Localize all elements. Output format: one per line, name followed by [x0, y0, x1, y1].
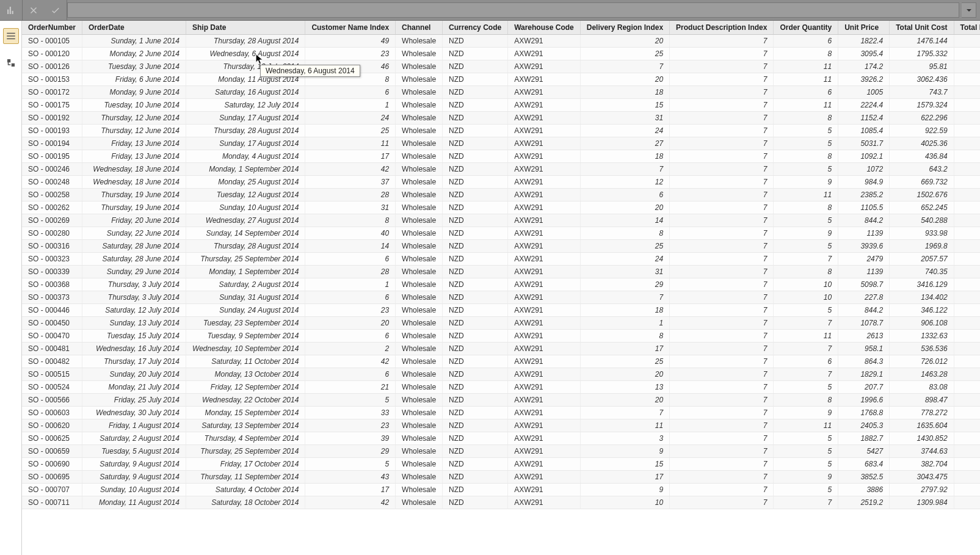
- cell-shipDate[interactable]: Saturday, 2 August 2014: [186, 278, 305, 291]
- cell-custIdx[interactable]: 40: [305, 227, 396, 240]
- cell-channel[interactable]: Wholesale: [396, 86, 443, 99]
- cell-totalRev[interactable]: [954, 432, 980, 445]
- table-row[interactable]: SO - 000175Tuesday, 10 June 2014Saturday…: [22, 99, 980, 112]
- cell-totalRev[interactable]: [954, 201, 980, 214]
- cell-orderNumber[interactable]: SO - 000368: [22, 278, 82, 291]
- cell-totalRev[interactable]: [954, 458, 980, 471]
- cell-unitPrice[interactable]: 2613: [838, 330, 890, 343]
- cell-prodIdx[interactable]: 7: [670, 189, 774, 201]
- cell-unitPrice[interactable]: 1152.4: [838, 112, 890, 125]
- cell-unitPrice[interactable]: 984.9: [838, 176, 890, 189]
- cell-warehouse[interactable]: AXW291: [508, 163, 581, 176]
- cell-unitPrice[interactable]: 2479: [838, 253, 890, 266]
- cell-prodIdx[interactable]: 7: [670, 201, 774, 214]
- cell-qty[interactable]: 5: [774, 240, 838, 253]
- cell-custIdx[interactable]: 46: [305, 60, 396, 73]
- cell-channel[interactable]: Wholesale: [396, 240, 443, 253]
- cell-custIdx[interactable]: 11: [305, 137, 396, 150]
- table-row[interactable]: SO - 000566Friday, 25 July 2014Wednesday…: [22, 394, 980, 407]
- cell-qty[interactable]: 8: [774, 150, 838, 163]
- cell-custIdx[interactable]: 17: [305, 484, 396, 496]
- cell-unitPrice[interactable]: 1139: [838, 227, 890, 240]
- cell-region[interactable]: 13: [580, 381, 669, 394]
- cell-unitCost[interactable]: 1795.332: [890, 48, 954, 60]
- cell-qty[interactable]: 8: [774, 48, 838, 60]
- cell-custIdx[interactable]: 6: [305, 330, 396, 343]
- cell-warehouse[interactable]: AXW291: [508, 35, 581, 48]
- cell-qty[interactable]: 8: [774, 266, 838, 278]
- cell-region[interactable]: 18: [580, 304, 669, 317]
- cell-custIdx[interactable]: 49: [305, 35, 396, 48]
- cell-currency[interactable]: NZD: [443, 317, 508, 330]
- cell-custIdx[interactable]: 23: [305, 419, 396, 432]
- cell-totalRev[interactable]: [954, 150, 980, 163]
- cell-orderDate[interactable]: Sunday, 22 June 2014: [82, 227, 186, 240]
- cell-qty[interactable]: 5: [774, 214, 838, 227]
- table-row[interactable]: SO - 000446Saturday, 12 July 2014Sunday,…: [22, 304, 980, 317]
- cell-currency[interactable]: NZD: [443, 73, 508, 86]
- cell-orderNumber[interactable]: SO - 000269: [22, 214, 82, 227]
- cell-unitCost[interactable]: 1502.676: [890, 189, 954, 201]
- cell-currency[interactable]: NZD: [443, 291, 508, 304]
- cell-totalRev[interactable]: [954, 266, 980, 278]
- col-header-orderNumber[interactable]: OrderNumber: [22, 21, 82, 35]
- cell-totalRev[interactable]: [954, 227, 980, 240]
- cell-warehouse[interactable]: AXW291: [508, 48, 581, 60]
- cell-qty[interactable]: 11: [774, 419, 838, 432]
- cell-prodIdx[interactable]: 7: [670, 60, 774, 73]
- cell-qty[interactable]: 5: [774, 304, 838, 317]
- col-header-orderDate[interactable]: OrderDate: [82, 21, 186, 35]
- cell-prodIdx[interactable]: 7: [670, 266, 774, 278]
- cell-channel[interactable]: Wholesale: [396, 112, 443, 125]
- table-row[interactable]: SO - 000195Friday, 13 June 2014Monday, 4…: [22, 150, 980, 163]
- cell-shipDate[interactable]: Friday, 12 September 2014: [186, 381, 305, 394]
- cell-unitPrice[interactable]: 3939.6: [838, 240, 890, 253]
- cell-channel[interactable]: Wholesale: [396, 419, 443, 432]
- cell-totalRev[interactable]: [954, 48, 980, 60]
- cell-currency[interactable]: NZD: [443, 201, 508, 214]
- cell-unitPrice[interactable]: 1822.4: [838, 35, 890, 48]
- cell-currency[interactable]: NZD: [443, 189, 508, 201]
- cell-orderNumber[interactable]: SO - 000515: [22, 368, 82, 381]
- cell-orderDate[interactable]: Tuesday, 3 June 2014: [82, 60, 186, 73]
- cell-channel[interactable]: Wholesale: [396, 394, 443, 407]
- cell-orderDate[interactable]: Saturday, 9 August 2014: [82, 471, 186, 484]
- cell-shipDate[interactable]: Monday, 1 September 2014: [186, 163, 305, 176]
- cell-custIdx[interactable]: 23: [305, 304, 396, 317]
- cell-totalRev[interactable]: [954, 381, 980, 394]
- cell-currency[interactable]: NZD: [443, 137, 508, 150]
- table-row[interactable]: SO - 000515Sunday, 20 July 2014Monday, 1…: [22, 368, 980, 381]
- cell-shipDate[interactable]: Monday, 4 August 2014: [186, 150, 305, 163]
- cell-unitPrice[interactable]: 1092.1: [838, 150, 890, 163]
- cell-currency[interactable]: NZD: [443, 355, 508, 368]
- cell-shipDate[interactable]: Saturday, 16 August 2014: [186, 86, 305, 99]
- cell-custIdx[interactable]: 6: [305, 86, 396, 99]
- cell-shipDate[interactable]: Thursday, 10 July 2014: [186, 60, 305, 73]
- cell-totalRev[interactable]: [954, 394, 980, 407]
- cell-unitPrice[interactable]: 1768.8: [838, 407, 890, 419]
- table-row[interactable]: SO - 000248Wednesday, 18 June 2014Monday…: [22, 176, 980, 189]
- cell-prodIdx[interactable]: 7: [670, 432, 774, 445]
- cell-region[interactable]: 10: [580, 496, 669, 509]
- cell-orderNumber[interactable]: SO - 000603: [22, 407, 82, 419]
- cell-currency[interactable]: NZD: [443, 176, 508, 189]
- cell-unitPrice[interactable]: 174.2: [838, 60, 890, 73]
- cell-warehouse[interactable]: AXW291: [508, 496, 581, 509]
- cell-orderDate[interactable]: Monday, 21 July 2014: [82, 381, 186, 394]
- cell-orderNumber[interactable]: SO - 000280: [22, 227, 82, 240]
- cell-channel[interactable]: Wholesale: [396, 266, 443, 278]
- cell-warehouse[interactable]: AXW291: [508, 355, 581, 368]
- cell-totalRev[interactable]: [954, 407, 980, 419]
- cell-region[interactable]: 12: [580, 176, 669, 189]
- cell-channel[interactable]: Wholesale: [396, 484, 443, 496]
- cell-orderDate[interactable]: Sunday, 13 July 2014: [82, 317, 186, 330]
- cell-warehouse[interactable]: AXW291: [508, 137, 581, 150]
- cell-region[interactable]: 20: [580, 35, 669, 48]
- cell-orderNumber[interactable]: SO - 000450: [22, 317, 82, 330]
- cell-warehouse[interactable]: AXW291: [508, 189, 581, 201]
- cell-currency[interactable]: NZD: [443, 407, 508, 419]
- cell-channel[interactable]: Wholesale: [396, 150, 443, 163]
- cell-unitPrice[interactable]: 5031.7: [838, 137, 890, 150]
- cell-prodIdx[interactable]: 7: [670, 73, 774, 86]
- cell-prodIdx[interactable]: 7: [670, 86, 774, 99]
